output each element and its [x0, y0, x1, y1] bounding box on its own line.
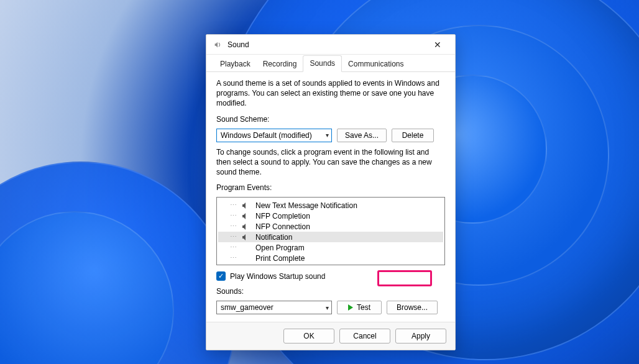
event-item-nfp-connection[interactable]: ⋯ NFP Connection	[218, 221, 443, 232]
button-label: Save As...	[345, 131, 379, 140]
tree-connector-icon: ⋯	[229, 254, 237, 262]
button-label: Delete	[402, 131, 424, 140]
tab-communications[interactable]: Communications	[342, 57, 410, 72]
theme-description: A sound theme is a set of sounds applied…	[216, 78, 445, 109]
titlebar: Sound ✕	[206, 35, 455, 55]
cancel-button[interactable]: Cancel	[339, 329, 390, 344]
sound-scheme-label: Sound Scheme:	[216, 115, 445, 124]
sounds-row: smw_gameover ▾ Test Browse...	[216, 301, 445, 314]
chevron-down-icon: ▾	[326, 132, 329, 139]
test-button[interactable]: Test	[337, 301, 382, 314]
sound-scheme-row: Windows Default (modified) ▾ Save As... …	[216, 129, 445, 142]
event-item-new-text-message[interactable]: ⋯ New Text Message Notification	[218, 200, 443, 211]
browse-button[interactable]: Browse...	[387, 301, 438, 314]
button-label: Test	[357, 303, 370, 312]
tab-content: A sound theme is a set of sounds applied…	[206, 72, 455, 322]
dialog-footer: OK Cancel Apply	[206, 322, 455, 350]
close-button[interactable]: ✕	[425, 36, 450, 53]
tree-connector-icon: ⋯	[229, 233, 237, 241]
window-title: Sound	[228, 40, 425, 49]
sound-app-icon	[213, 40, 223, 50]
event-label: NFP Completion	[255, 212, 310, 221]
event-label: Notification	[255, 233, 292, 242]
sound-scheme-value: Windows Default (modified)	[221, 131, 312, 140]
event-label: NFP Connection	[255, 222, 310, 231]
speaker-icon	[242, 223, 251, 230]
speaker-icon	[242, 234, 251, 241]
sound-dialog: Sound ✕ Playback Recording Sounds Commun…	[206, 34, 456, 350]
tab-label: Sounds	[310, 59, 335, 68]
play-icon	[348, 304, 353, 311]
event-label: Open Program	[255, 243, 305, 252]
event-item-nfp-completion[interactable]: ⋯ NFP Completion	[218, 211, 443, 221]
tab-strip: Playback Recording Sounds Communications	[206, 55, 455, 72]
program-events-list[interactable]: ⋯ New Text Message Notification ⋯ NFP Co…	[216, 197, 445, 265]
tab-playback[interactable]: Playback	[214, 57, 257, 72]
event-item-notification[interactable]: ⋯ Notification	[218, 232, 443, 242]
tree-connector-icon: ⋯	[229, 243, 237, 252]
check-icon: ✓	[218, 272, 224, 280]
tab-label: Playback	[220, 60, 251, 68]
startup-sound-row: ✓ Play Windows Startup sound	[216, 271, 445, 281]
speaker-icon	[242, 212, 251, 220]
tab-label: Communications	[348, 60, 403, 68]
sound-scheme-dropdown[interactable]: Windows Default (modified) ▾	[216, 129, 332, 142]
startup-sound-label: Play Windows Startup sound	[230, 272, 325, 281]
tab-recording[interactable]: Recording	[257, 57, 303, 72]
ok-button[interactable]: OK	[283, 329, 334, 344]
sounds-value: smw_gameover	[221, 303, 274, 312]
button-label: OK	[303, 332, 314, 340]
apply-button[interactable]: Apply	[395, 329, 446, 344]
tree-connector-icon: ⋯	[229, 201, 237, 209]
event-label: Print Complete	[255, 254, 305, 263]
save-as-button[interactable]: Save As...	[337, 129, 387, 142]
sounds-label: Sounds:	[216, 287, 445, 296]
event-item-open-program[interactable]: ⋯ Open Program	[218, 242, 443, 253]
chevron-down-icon: ▾	[326, 304, 329, 311]
button-label: Cancel	[353, 332, 376, 340]
button-label: Apply	[411, 332, 430, 340]
startup-sound-checkbox[interactable]: ✓	[216, 271, 226, 281]
sounds-dropdown[interactable]: smw_gameover ▾	[216, 301, 332, 314]
speaker-icon	[242, 202, 251, 209]
event-label: New Text Message Notification	[255, 201, 357, 210]
button-label: Browse...	[397, 303, 428, 312]
event-item-print-complete[interactable]: ⋯ Print Complete	[218, 253, 443, 263]
tree-connector-icon: ⋯	[229, 222, 237, 230]
delete-button[interactable]: Delete	[392, 129, 434, 142]
events-hint: To change sounds, click a program event …	[216, 147, 445, 178]
tab-label: Recording	[263, 60, 297, 68]
program-events-label: Program Events:	[216, 183, 445, 192]
tree-connector-icon: ⋯	[229, 212, 237, 220]
close-icon: ✕	[434, 40, 441, 50]
tab-sounds[interactable]: Sounds	[303, 55, 342, 72]
